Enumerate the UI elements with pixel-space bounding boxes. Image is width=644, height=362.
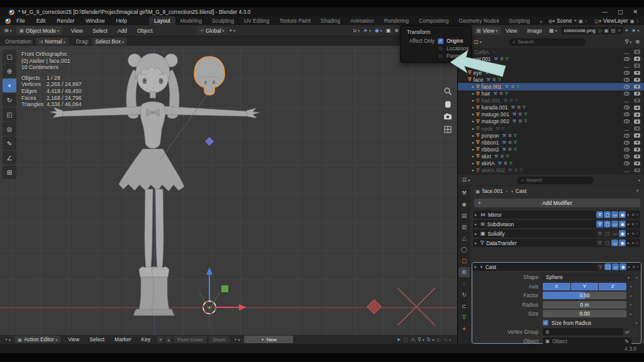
disable-in-render-toggle[interactable]: [634, 126, 640, 131]
tool-annotate[interactable]: ✎: [3, 136, 16, 150]
duplicate-image-icon[interactable]: ▣: [604, 28, 609, 33]
axis-x-toggle[interactable]: X: [543, 283, 570, 290]
outliner-item-skirtA[interactable]: ▸∇skirtA⚒⚙∇: [458, 160, 644, 167]
render-toggle[interactable]: ◉: [619, 239, 626, 246]
open-image-folder-icon[interactable]: ▤: [611, 28, 616, 33]
properties-editor-type-icon[interactable]: ☷▾: [460, 177, 472, 183]
render-toggle[interactable]: ◉: [619, 221, 626, 228]
expand-icon[interactable]: ▸: [470, 112, 476, 117]
outliner-item-karada.001[interactable]: ▸∇karada.001⚒⚙∇: [458, 104, 644, 111]
maximize-button[interactable]: ▢: [618, 9, 623, 15]
outliner-item-neck[interactable]: ▸∇neck⚒∇: [458, 125, 644, 132]
proportional-icon[interactable]: ◎: [436, 337, 441, 343]
properties-tab-world[interactable]: ◯: [458, 244, 470, 255]
hide-in-viewport-toggle[interactable]: [624, 134, 630, 138]
outliner-item-ponpon[interactable]: ▸∇ponpon⚒⚙∇: [458, 132, 644, 139]
animate-dot[interactable]: •: [626, 293, 635, 298]
hide-in-viewport-toggle[interactable]: [624, 64, 630, 68]
expand-icon[interactable]: ▸: [470, 133, 476, 138]
workspace-tab-modeling[interactable]: Modeling: [175, 16, 208, 25]
disable-in-render-toggle[interactable]: [634, 78, 640, 82]
tool-scale[interactable]: ◰: [3, 107, 16, 121]
disable-in-render-toggle[interactable]: [634, 85, 640, 89]
filter-icon[interactable]: ∇▾: [418, 337, 424, 343]
unlink-scene-icon[interactable]: ×: [585, 18, 587, 24]
outliner-item-ribbon2[interactable]: ▸∇ribbon2⚒⚙∇: [458, 146, 644, 153]
modifier-delete-icon[interactable]: ×: [631, 212, 635, 217]
properties-tab-scene[interactable]: △: [458, 233, 470, 243]
minimize-button[interactable]: —: [602, 9, 608, 15]
factor-slider[interactable]: 0.50: [543, 292, 626, 299]
snap-magnet-icon[interactable]: ∪▾: [351, 28, 362, 33]
dopesheet-mode-dropdown[interactable]: ▣ Action Editor▾: [14, 336, 60, 343]
dopesheet-menu-marker[interactable]: Marker: [109, 336, 136, 343]
workspace-tab-scripting[interactable]: Scripting: [504, 16, 535, 25]
modifier-delete-icon[interactable]: ×: [631, 240, 635, 246]
modifier-delete-icon[interactable]: ×: [631, 221, 635, 227]
stash-button[interactable]: Stash: [209, 336, 229, 343]
on-cage-toggle[interactable]: ∇: [596, 239, 603, 246]
disable-in-render-toggle[interactable]: [634, 133, 640, 138]
expand-icon[interactable]: ▸: [475, 222, 480, 227]
modifier-row-solidify[interactable]: ▸▣Solidify∇▢▭◉▾×≡: [473, 229, 640, 238]
workspace-tab-compositing[interactable]: Compositing: [414, 16, 453, 25]
modifier-extras-icon[interactable]: ▾: [627, 212, 629, 217]
modifier-extras-icon[interactable]: ▾: [627, 231, 629, 236]
gizmo-plane-handle[interactable]: [221, 285, 228, 292]
modifier-row-mirror[interactable]: ▸⋈Mirror∇▢▭◉▾×≡: [473, 211, 640, 219]
breadcrumb-modifier[interactable]: Cast: [516, 188, 526, 194]
modifier-delete-icon[interactable]: ×: [631, 231, 635, 236]
menu-help[interactable]: Help: [110, 18, 132, 24]
workspace-tab-layout[interactable]: Layout: [149, 16, 175, 25]
properties-tab-view-layer[interactable]: ▥: [458, 222, 470, 232]
viewport-display-toggle[interactable]: ▭: [611, 230, 618, 237]
modifier-drag-handle[interactable]: ≡: [636, 241, 638, 245]
expand-icon[interactable]: ▸: [470, 91, 476, 96]
edit-mode-toggle[interactable]: ▢: [604, 211, 611, 218]
size-field[interactable]: 0.00: [543, 310, 626, 317]
move-gizmo[interactable]: [199, 267, 247, 327]
outliner-item-skirtA.002[interactable]: ▸∇skirtA.002⚒⚙∇: [458, 167, 644, 174]
unlink-image-icon[interactable]: ×: [618, 28, 621, 33]
tool-cursor[interactable]: ⊕: [3, 64, 16, 78]
only-selected-icon[interactable]: ➤: [397, 337, 401, 343]
pivot-point-dropdown[interactable]: ⌖▾: [228, 28, 238, 34]
selected-face-object[interactable]: [194, 57, 225, 95]
editor-type-icon[interactable]: ⊞▾: [3, 28, 14, 33]
pin-image-icon[interactable]: ⌖: [623, 28, 630, 34]
disable-in-render-toggle[interactable]: [634, 57, 640, 61]
workspace-tab-texture-paint[interactable]: Texture Paint: [274, 16, 316, 25]
properties-options-icon[interactable]: ▾: [638, 178, 640, 182]
menu-render[interactable]: Render: [51, 18, 80, 24]
vertex-group-field[interactable]: ⚙: [543, 328, 623, 336]
on-cage-toggle[interactable]: ∇: [596, 230, 603, 237]
hide-in-viewport-toggle[interactable]: [624, 162, 630, 165]
cast-extras-icon[interactable]: ▾: [628, 265, 630, 269]
viewport-display-toggle[interactable]: ▭: [611, 211, 618, 218]
viewport-display-toggle[interactable]: ▭: [611, 239, 618, 246]
new-action-button[interactable]: +New: [244, 336, 293, 343]
outliner-item-skirt[interactable]: ▸∇skirt⚒⚙∇: [458, 153, 644, 160]
modifier-drag-handle[interactable]: ≡: [636, 231, 638, 236]
dopesheet-menu-select[interactable]: Select: [84, 336, 109, 343]
transform-orientation-dropdown[interactable]: ⊹ Global▾: [197, 26, 228, 35]
disable-in-render-toggle[interactable]: [634, 155, 640, 159]
disable-in-render-toggle[interactable]: [634, 119, 640, 124]
properties-tab-output[interactable]: ▤: [458, 211, 470, 221]
cast-drag-handle[interactable]: ≡: [636, 265, 639, 269]
empty-cross[interactable]: [397, 288, 435, 326]
hide-in-viewport-toggle[interactable]: [624, 141, 630, 145]
pin-scene-icon[interactable]: ⌖: [574, 18, 576, 24]
disable-in-render-toggle[interactable]: [634, 162, 640, 166]
on-cage-toggle[interactable]: ∇: [596, 221, 603, 228]
disable-in-render-toggle[interactable]: [634, 99, 640, 103]
hide-in-viewport-toggle[interactable]: [624, 106, 630, 109]
copy-scene-icon[interactable]: ▣: [579, 18, 583, 24]
dopesheet-menu-key[interactable]: Key: [136, 336, 156, 343]
image-datablock-field[interactable]: colorcode.png ◇ ▣ ▤ ×: [561, 26, 623, 35]
on-cage-toggle[interactable]: ∇: [597, 263, 604, 270]
edit-mode-toggle[interactable]: ▢: [604, 263, 611, 270]
expand-icon[interactable]: ▸: [470, 98, 476, 103]
close-button[interactable]: ✕: [633, 9, 638, 15]
menu-file[interactable]: File: [11, 18, 31, 24]
